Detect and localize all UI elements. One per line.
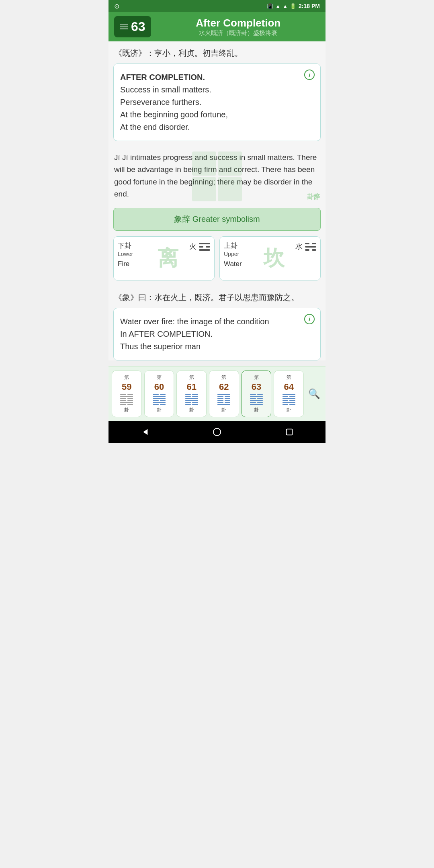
trigram-lower-element-char: 火 [189,242,197,251]
nav-card-64-lines [283,394,295,405]
trigram-upper-position-sub: Upper [224,250,239,258]
signal-icon: ▲ [283,3,288,9]
translation-line-3: At the beginning good fortune, [120,108,314,121]
header-badge: 63 [114,16,151,37]
nav-card-60-bot: 卦 [146,407,172,414]
nav-card-61-lines [185,394,198,405]
nav-card-63-bot: 卦 [244,407,270,414]
nav-63-line-1 [250,394,263,395]
nav-61-line-3 [185,398,198,399]
svg-point-1 [213,428,221,435]
nav-64-line-2 [283,396,295,397]
nav-card-62[interactable]: 第 62 卦 [209,371,239,417]
vibrate-icon: 📳 [267,3,273,9]
trigram-lower-header: 下卦 Lower 火 [118,242,210,258]
back-button[interactable] [139,426,151,438]
status-right: 📳 ▲ ▲ 🔋 2:18 PM [267,3,320,9]
nav-63-line-6 [250,404,263,405]
header-title-sub: 水火既济（既济卦）盛极将衰 [157,29,320,37]
nav-62-line-1 [217,394,230,395]
trigram-lower-position: 下卦 [118,242,133,250]
battery-icon: 🔋 [290,3,296,9]
nav-card-59-num: 59 [114,382,140,392]
nav-card-62-lines [217,394,230,405]
translation-line-2: Perseverance furthers. [120,96,314,108]
nav-card-64-top: 第 [276,374,302,381]
trigram-lower-line-2 [199,246,210,248]
android-nav [108,421,326,443]
trigram-lower-element-sub: Fire [118,260,210,268]
image-line-3: Thus the superior man [120,340,314,353]
nav-59-line-1 [120,394,133,395]
nav-card-62-top: 第 [211,374,237,381]
trigram-upper-label: 上卦 Upper [224,242,239,258]
nav-card-62-bot: 卦 [211,407,237,414]
trigram-upper-element: 水 [295,242,316,251]
nav-64-line-5 [283,402,295,403]
status-time: 2:18 PM [299,3,320,9]
trigram-card-lower: 下卦 Lower 火 离 Fire [113,236,215,280]
wifi-icon: ▲ [275,3,280,9]
nav-63-line-3 [250,398,263,399]
nav-card-61-bot: 卦 [178,407,205,414]
nav-card-59[interactable]: 第 59 卦 [112,371,142,417]
nav-card-59-lines [120,394,133,405]
search-button[interactable]: 🔍 [306,386,322,402]
nav-62-line-2 [217,396,230,397]
nav-59-line-6 [120,404,133,405]
nav-61-line-4 [185,400,198,401]
trigram-upper-position: 上卦 [224,242,239,250]
nav-card-61[interactable]: 第 61 卦 [176,371,207,417]
nav-card-64[interactable]: 第 64 卦 [274,371,304,417]
recents-button[interactable] [283,426,295,438]
status-left: ⊙ [114,2,119,10]
nav-59-line-4 [120,400,133,401]
nav-card-60-lines [153,394,166,405]
home-button[interactable] [211,426,223,438]
trigram-card-upper: 上卦 Upper 水 坎 Water [219,236,321,280]
watermark-label: 卦辞 [307,192,320,202]
translation-line-1: Success in small matters. [120,84,314,96]
nav-60-line-4 [153,400,166,401]
header-title: After Completion 水火既济（既济卦）盛极将衰 [157,17,320,37]
image-info-icon[interactable]: i [304,314,315,324]
translation-info-icon[interactable]: i [304,70,315,80]
nav-60-line-2 [153,396,166,397]
trigram-upper-line-1 [305,243,316,244]
section-button[interactable]: 象辞 Greater symbolism [113,208,321,231]
image-line-2: In AFTER COMPLETION. [120,328,314,340]
nav-60-line-1 [153,394,166,395]
trigram-row: 下卦 Lower 火 离 Fire 上卦 U [113,236,321,280]
nav-59-line-2 [120,396,133,397]
nav-63-line-5 [250,402,263,403]
nav-59-line-5 [120,402,133,403]
nav-62-line-6 [217,404,230,405]
nav-card-59-bot: 卦 [114,407,140,414]
nav-card-64-bot: 卦 [276,407,302,414]
nav-60-line-3 [153,398,166,399]
nav-61-line-6 [185,404,198,405]
nav-card-60[interactable]: 第 60 卦 [144,371,174,417]
nav-card-60-top: 第 [146,374,172,381]
trigram-lower-lines [199,243,210,251]
chinese-quote: 《既济》：亨小，利贞。初吉终乱。 [108,41,326,63]
image-box-text: Water over fire: the image of the condit… [120,315,314,353]
nav-card-62-num: 62 [211,382,237,392]
nav-61-line-2 [185,396,198,397]
status-icons: 📳 ▲ ▲ 🔋 [267,3,296,9]
trigram-upper-header: 上卦 Upper 水 [224,242,316,258]
trigram-lower-label: 下卦 Lower [118,242,133,258]
trigram-lower-line-3 [199,249,210,251]
nav-card-64-num: 64 [276,382,302,392]
search-icon: 🔍 [308,388,320,399]
nav-61-line-5 [185,402,198,403]
nav-62-line-4 [217,400,230,401]
nav-60-line-5 [153,402,166,403]
nav-60-line-6 [153,404,166,405]
svg-marker-0 [143,429,147,435]
menu-icon [120,25,128,29]
header-title-main: After Completion [157,17,320,29]
nav-card-60-num: 60 [146,382,172,392]
nav-card-63[interactable]: 第 63 卦 [242,371,272,417]
header: 63 After Completion 水火既济（既济卦）盛极将衰 [108,12,326,41]
